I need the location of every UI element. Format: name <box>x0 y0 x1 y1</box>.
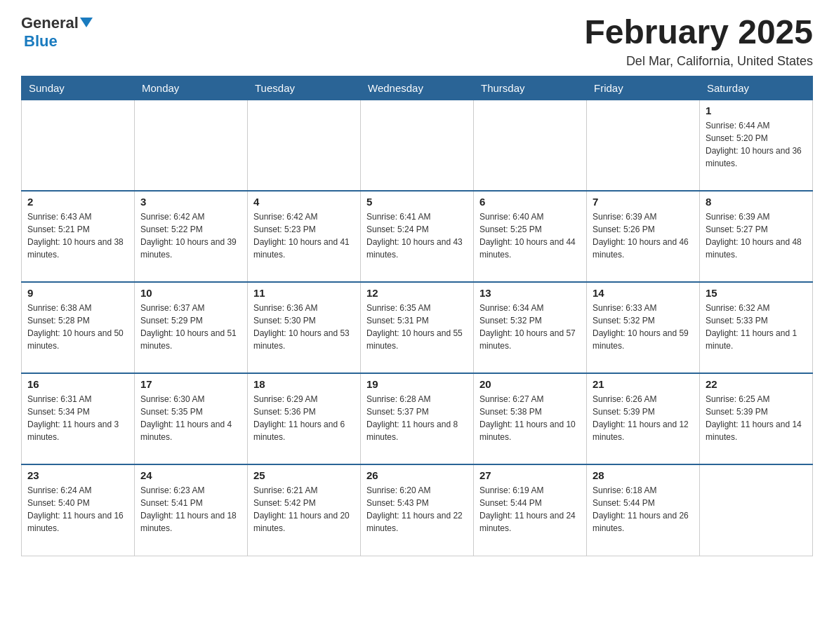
weekday-header-sunday: Sunday <box>22 76 135 100</box>
day-number: 7 <box>593 196 694 208</box>
day-number: 20 <box>479 378 581 390</box>
calendar-cell: 13Sunrise: 6:34 AMSunset: 5:32 PMDayligh… <box>474 282 587 373</box>
day-info: Sunrise: 6:36 AMSunset: 5:30 PMDaylight:… <box>253 302 355 352</box>
calendar-cell: 25Sunrise: 6:21 AMSunset: 5:42 PMDayligh… <box>248 464 361 556</box>
day-number: 5 <box>366 196 468 208</box>
month-title: February 2025 <box>584 14 813 51</box>
day-info: Sunrise: 6:39 AMSunset: 5:27 PMDaylight:… <box>706 210 807 261</box>
day-number: 10 <box>140 287 241 299</box>
calendar-cell: 12Sunrise: 6:35 AMSunset: 5:31 PMDayligh… <box>361 282 474 373</box>
calendar-cell: 8Sunrise: 6:39 AMSunset: 5:27 PMDaylight… <box>700 191 813 282</box>
day-number: 2 <box>27 196 128 208</box>
day-number: 15 <box>706 287 807 299</box>
day-info: Sunrise: 6:41 AMSunset: 5:24 PMDaylight:… <box>366 210 468 261</box>
day-info: Sunrise: 6:30 AMSunset: 5:35 PMDaylight:… <box>140 393 241 443</box>
calendar-cell <box>361 100 474 191</box>
calendar-cell: 11Sunrise: 6:36 AMSunset: 5:30 PMDayligh… <box>248 282 361 373</box>
calendar-table: SundayMondayTuesdayWednesdayThursdayFrid… <box>21 76 813 556</box>
day-number: 27 <box>479 469 581 481</box>
calendar-cell: 20Sunrise: 6:27 AMSunset: 5:38 PMDayligh… <box>474 373 587 464</box>
day-info: Sunrise: 6:44 AMSunset: 5:20 PMDaylight:… <box>706 119 807 170</box>
day-number: 8 <box>706 196 807 208</box>
day-info: Sunrise: 6:31 AMSunset: 5:34 PMDaylight:… <box>27 393 128 443</box>
calendar-cell: 18Sunrise: 6:29 AMSunset: 5:36 PMDayligh… <box>248 373 361 464</box>
calendar-cell: 28Sunrise: 6:18 AMSunset: 5:44 PMDayligh… <box>587 464 700 556</box>
weekday-header-saturday: Saturday <box>700 76 813 100</box>
calendar-cell <box>22 100 135 191</box>
calendar-cell: 9Sunrise: 6:38 AMSunset: 5:28 PMDaylight… <box>22 282 135 373</box>
day-info: Sunrise: 6:40 AMSunset: 5:25 PMDaylight:… <box>479 210 581 261</box>
weekday-header-monday: Monday <box>135 76 248 100</box>
calendar-cell: 23Sunrise: 6:24 AMSunset: 5:40 PMDayligh… <box>22 464 135 556</box>
calendar-cell <box>587 100 700 191</box>
calendar-week-row: 9Sunrise: 6:38 AMSunset: 5:28 PMDaylight… <box>22 282 813 373</box>
calendar-cell: 5Sunrise: 6:41 AMSunset: 5:24 PMDaylight… <box>361 191 474 282</box>
day-number: 24 <box>140 469 241 481</box>
day-info: Sunrise: 6:20 AMSunset: 5:43 PMDaylight:… <box>366 484 468 535</box>
day-info: Sunrise: 6:25 AMSunset: 5:39 PMDaylight:… <box>706 393 807 443</box>
day-info: Sunrise: 6:32 AMSunset: 5:33 PMDaylight:… <box>706 302 807 352</box>
calendar-cell: 1Sunrise: 6:44 AMSunset: 5:20 PMDaylight… <box>700 100 813 191</box>
weekday-header-thursday: Thursday <box>474 76 587 100</box>
calendar-cell: 14Sunrise: 6:33 AMSunset: 5:32 PMDayligh… <box>587 282 700 373</box>
day-number: 25 <box>253 469 355 481</box>
day-info: Sunrise: 6:28 AMSunset: 5:37 PMDaylight:… <box>366 393 468 443</box>
day-info: Sunrise: 6:21 AMSunset: 5:42 PMDaylight:… <box>253 484 355 535</box>
calendar-cell: 3Sunrise: 6:42 AMSunset: 5:22 PMDaylight… <box>135 191 248 282</box>
logo-blue-text: Blue <box>24 32 58 50</box>
day-info: Sunrise: 6:35 AMSunset: 5:31 PMDaylight:… <box>366 302 468 352</box>
day-number: 18 <box>253 378 355 390</box>
calendar-week-row: 16Sunrise: 6:31 AMSunset: 5:34 PMDayligh… <box>22 373 813 464</box>
weekday-header-friday: Friday <box>587 76 700 100</box>
calendar-cell: 4Sunrise: 6:42 AMSunset: 5:23 PMDaylight… <box>248 191 361 282</box>
calendar-cell <box>474 100 587 191</box>
calendar-cell: 24Sunrise: 6:23 AMSunset: 5:41 PMDayligh… <box>135 464 248 556</box>
svg-marker-0 <box>80 18 93 27</box>
calendar-cell: 27Sunrise: 6:19 AMSunset: 5:44 PMDayligh… <box>474 464 587 556</box>
calendar-cell: 17Sunrise: 6:30 AMSunset: 5:35 PMDayligh… <box>135 373 248 464</box>
day-info: Sunrise: 6:19 AMSunset: 5:44 PMDaylight:… <box>479 484 581 535</box>
day-info: Sunrise: 6:39 AMSunset: 5:26 PMDaylight:… <box>593 210 694 261</box>
calendar-cell: 15Sunrise: 6:32 AMSunset: 5:33 PMDayligh… <box>700 282 813 373</box>
logo: General Blue <box>21 14 93 51</box>
day-number: 13 <box>479 287 581 299</box>
day-info: Sunrise: 6:42 AMSunset: 5:22 PMDaylight:… <box>140 210 241 261</box>
day-info: Sunrise: 6:43 AMSunset: 5:21 PMDaylight:… <box>27 210 128 261</box>
day-number: 21 <box>593 378 694 390</box>
day-info: Sunrise: 6:33 AMSunset: 5:32 PMDaylight:… <box>593 302 694 352</box>
day-info: Sunrise: 6:38 AMSunset: 5:28 PMDaylight:… <box>27 302 128 352</box>
day-info: Sunrise: 6:34 AMSunset: 5:32 PMDaylight:… <box>479 302 581 352</box>
calendar-week-row: 1Sunrise: 6:44 AMSunset: 5:20 PMDaylight… <box>22 100 813 191</box>
calendar-cell: 26Sunrise: 6:20 AMSunset: 5:43 PMDayligh… <box>361 464 474 556</box>
weekday-header-wednesday: Wednesday <box>361 76 474 100</box>
calendar-cell <box>248 100 361 191</box>
day-number: 16 <box>27 378 128 390</box>
calendar-cell: 22Sunrise: 6:25 AMSunset: 5:39 PMDayligh… <box>700 373 813 464</box>
day-number: 11 <box>253 287 355 299</box>
calendar-week-row: 2Sunrise: 6:43 AMSunset: 5:21 PMDaylight… <box>22 191 813 282</box>
calendar-cell: 7Sunrise: 6:39 AMSunset: 5:26 PMDaylight… <box>587 191 700 282</box>
day-info: Sunrise: 6:29 AMSunset: 5:36 PMDaylight:… <box>253 393 355 443</box>
day-number: 6 <box>479 196 581 208</box>
calendar-cell: 10Sunrise: 6:37 AMSunset: 5:29 PMDayligh… <box>135 282 248 373</box>
day-number: 17 <box>140 378 241 390</box>
location: Del Mar, California, United States <box>584 54 813 69</box>
logo-arrow-icon <box>80 18 93 30</box>
day-number: 3 <box>140 196 241 208</box>
day-info: Sunrise: 6:26 AMSunset: 5:39 PMDaylight:… <box>593 393 694 443</box>
day-number: 28 <box>593 469 694 481</box>
day-info: Sunrise: 6:27 AMSunset: 5:38 PMDaylight:… <box>479 393 581 443</box>
day-info: Sunrise: 6:23 AMSunset: 5:41 PMDaylight:… <box>140 484 241 535</box>
weekday-header-tuesday: Tuesday <box>248 76 361 100</box>
weekday-header-row: SundayMondayTuesdayWednesdayThursdayFrid… <box>22 76 813 100</box>
day-number: 19 <box>366 378 468 390</box>
calendar-cell: 19Sunrise: 6:28 AMSunset: 5:37 PMDayligh… <box>361 373 474 464</box>
title-section: February 2025 Del Mar, California, Unite… <box>584 14 813 69</box>
day-info: Sunrise: 6:24 AMSunset: 5:40 PMDaylight:… <box>27 484 128 535</box>
day-number: 22 <box>706 378 807 390</box>
day-info: Sunrise: 6:42 AMSunset: 5:23 PMDaylight:… <box>253 210 355 261</box>
day-number: 26 <box>366 469 468 481</box>
day-number: 9 <box>27 287 128 299</box>
logo-general-text: General <box>21 14 79 32</box>
day-info: Sunrise: 6:18 AMSunset: 5:44 PMDaylight:… <box>593 484 694 535</box>
